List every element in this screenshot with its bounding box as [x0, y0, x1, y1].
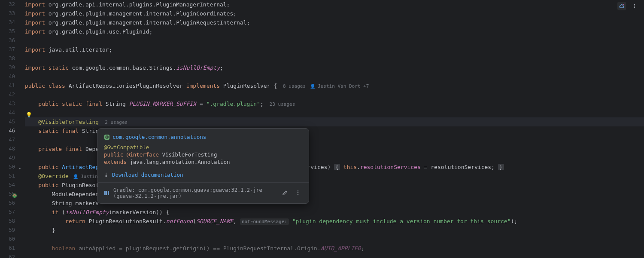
- svg-point-9: [623, 4, 624, 5]
- line-number[interactable]: 39: [0, 63, 23, 72]
- line-number[interactable]: 33: [0, 9, 23, 18]
- intention-bulb-icon[interactable]: 💡: [26, 112, 32, 118]
- line-number[interactable]: 34: [0, 18, 23, 27]
- quick-documentation-popup: @ com.google.common.annotations @GwtComp…: [97, 128, 309, 204]
- usages-inlay[interactable]: 8 usages: [277, 83, 306, 89]
- line-number[interactable]: 44: [0, 108, 23, 117]
- line-number[interactable]: 51: [0, 172, 23, 181]
- doc-signature: @GwtCompatible public @interface Visible…: [104, 144, 303, 166]
- line-number[interactable]: 56: [0, 199, 23, 208]
- more-options-icon[interactable]: [293, 189, 303, 198]
- code-line: import java.util.Iterator;: [25, 45, 644, 54]
- svg-point-11: [634, 6, 635, 6]
- line-number[interactable]: 36: [0, 36, 23, 45]
- code-line: public static final String PLUGIN_MARKER…: [25, 99, 644, 108]
- doc-body: @ com.google.common.annotations @GwtComp…: [98, 129, 309, 182]
- svg-point-6: [298, 190, 298, 191]
- svg-rect-3: [104, 191, 106, 195]
- line-number[interactable]: 62: [0, 253, 23, 258]
- svg-point-7: [298, 192, 298, 193]
- line-number[interactable]: 49: [0, 154, 23, 163]
- line-number[interactable]: 41: [0, 81, 23, 90]
- fold-expand-icon[interactable]: ▸: [19, 166, 21, 170]
- edit-icon[interactable]: [280, 189, 290, 198]
- usages-inlay[interactable]: 23 usages: [264, 101, 295, 107]
- line-number[interactable]: 42: [0, 90, 23, 99]
- person-icon: 👤: [310, 84, 318, 89]
- line-number[interactable]: 60: [0, 235, 23, 244]
- svg-point-10: [634, 4, 635, 5]
- person-icon: 👤: [73, 174, 81, 179]
- download-icon: ⭳: [104, 172, 109, 178]
- code-line: [25, 90, 644, 99]
- more-icon[interactable]: [630, 2, 639, 10]
- line-number[interactable]: 35: [0, 27, 23, 36]
- code-line: [25, 108, 644, 117]
- line-number[interactable]: 43: [0, 99, 23, 108]
- line-number[interactable]: 48: [0, 144, 23, 154]
- code-line: boolean autoApplied = pluginRequest.getO…: [25, 244, 644, 253]
- parameter-hint: notFoundMessage:: [240, 218, 289, 225]
- code-line: import static com.google.common.base.Str…: [25, 63, 644, 72]
- code-line: @VisibleForTesting2 usages: [25, 117, 644, 126]
- ai-assist-icon[interactable]: [617, 2, 626, 10]
- code-line: return PluginResolutionResult.notFound(S…: [25, 217, 644, 226]
- line-number[interactable]: 45: [0, 117, 23, 126]
- code-line: import org.gradle.plugin.management.inte…: [25, 9, 644, 18]
- usages-inlay[interactable]: 2 usages: [99, 120, 128, 125]
- line-number[interactable]: 58: [0, 217, 23, 226]
- download-documentation-link[interactable]: ⭳ Download documentation: [104, 172, 303, 178]
- svg-rect-5: [108, 191, 109, 195]
- code-line: [25, 36, 644, 45]
- line-number[interactable]: 47: [0, 135, 23, 144]
- code-line: [25, 54, 644, 63]
- line-number[interactable]: 61: [0, 244, 23, 253]
- code-line: [25, 72, 644, 81]
- code-line: [25, 235, 644, 244]
- line-number[interactable]: 54: [0, 181, 23, 190]
- code-line: public class ArtifactRepositoriesPluginR…: [25, 81, 644, 90]
- library-icon: [104, 190, 110, 196]
- code-line: import org.gradle.api.internal.plugins.P…: [25, 0, 644, 9]
- doc-footer: Gradle: com.google.common.guava:guava:32…: [98, 182, 309, 203]
- annotation-type-icon: @: [104, 134, 110, 140]
- author-inlay[interactable]: 👤 Justin Van Dort +7: [306, 83, 369, 89]
- line-number[interactable]: 46: [0, 126, 23, 135]
- line-number[interactable]: 40: [0, 72, 23, 81]
- svg-text:@: @: [105, 135, 109, 139]
- line-number[interactable]: 55: [0, 190, 23, 199]
- svg-point-12: [634, 7, 635, 8]
- code-line: }: [25, 226, 644, 235]
- vertical-scrollbar[interactable]: [639, 0, 644, 258]
- editor-toolbar: [617, 2, 639, 10]
- svg-point-8: [298, 194, 298, 194]
- svg-rect-4: [106, 191, 107, 195]
- code-editor: 32 33 34 35 36 37 38 39 40 41 42 43 44 4…: [0, 0, 644, 258]
- doc-package-link[interactable]: @ com.google.common.annotations: [104, 134, 303, 140]
- code-line: import org.gradle.plugin.management.inte…: [25, 18, 644, 27]
- line-number[interactable]: 32: [0, 0, 23, 9]
- override-gutter-icon[interactable]: [12, 193, 17, 198]
- code-line: if (isNullOrEmpty(markerVersion)) {: [25, 208, 644, 217]
- line-number[interactable]: 59: [0, 226, 23, 235]
- line-number-gutter: 32 33 34 35 36 37 38 39 40 41 42 43 44 4…: [0, 0, 23, 258]
- code-line: import org.gradle.plugin.use.PluginId;: [25, 27, 644, 36]
- line-number[interactable]: 38: [0, 54, 23, 63]
- line-number[interactable]: 37: [0, 45, 23, 54]
- line-number[interactable]: 57: [0, 208, 23, 217]
